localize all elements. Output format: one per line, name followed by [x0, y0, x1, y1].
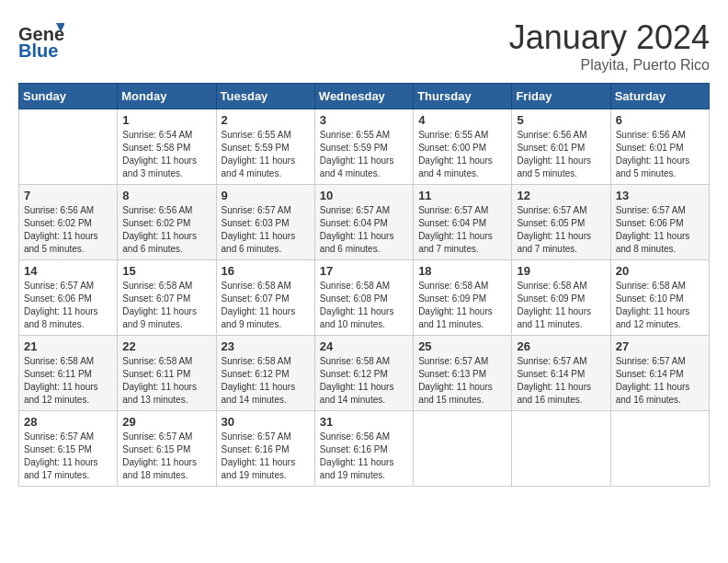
day-number: 10: [320, 189, 408, 202]
day-info: Sunrise: 6:56 AMSunset: 6:02 PMDaylight:…: [122, 204, 210, 256]
calendar-cell: 20Sunrise: 6:58 AMSunset: 6:10 PMDayligh…: [610, 260, 709, 336]
weekday-header-monday: Monday: [118, 84, 216, 109]
day-info: Sunrise: 6:58 AMSunset: 6:08 PMDaylight:…: [320, 280, 408, 331]
calendar-cell: 22Sunrise: 6:58 AMSunset: 6:11 PMDayligh…: [118, 336, 216, 411]
page-header: General Blue January 2024 Playita, Puert…: [18, 18, 710, 74]
calendar-cell: 24Sunrise: 6:58 AMSunset: 6:12 PMDayligh…: [314, 336, 413, 411]
location-subtitle: Playita, Puerto Rico: [509, 57, 710, 74]
day-info: Sunrise: 6:57 AMSunset: 6:05 PMDaylight:…: [517, 204, 605, 256]
day-info: Sunrise: 6:55 AMSunset: 5:59 PMDaylight:…: [320, 129, 408, 180]
calendar-cell: 18Sunrise: 6:58 AMSunset: 6:09 PMDayligh…: [414, 260, 512, 336]
calendar-table: SundayMondayTuesdayWednesdayThursdayFrid…: [18, 83, 710, 487]
calendar-cell: 11Sunrise: 6:57 AMSunset: 6:04 PMDayligh…: [414, 185, 512, 260]
calendar-cell: 10Sunrise: 6:57 AMSunset: 6:04 PMDayligh…: [314, 185, 413, 260]
calendar-cell: 15Sunrise: 6:58 AMSunset: 6:07 PMDayligh…: [118, 260, 216, 336]
calendar-cell: 7Sunrise: 6:56 AMSunset: 6:02 PMDaylight…: [19, 185, 118, 260]
day-number: 6: [616, 113, 704, 127]
day-number: 24: [320, 339, 408, 353]
day-info: Sunrise: 6:58 AMSunset: 6:11 PMDaylight:…: [122, 355, 210, 407]
day-info: Sunrise: 6:57 AMSunset: 6:04 PMDaylight:…: [418, 204, 506, 256]
calendar-cell: [610, 411, 709, 487]
day-info: Sunrise: 6:56 AMSunset: 6:02 PMDaylight:…: [24, 204, 112, 256]
calendar-cell: 3Sunrise: 6:55 AMSunset: 5:59 PMDaylight…: [314, 109, 413, 185]
calendar-cell: 8Sunrise: 6:56 AMSunset: 6:02 PMDaylight…: [118, 185, 216, 260]
day-info: Sunrise: 6:57 AMSunset: 6:14 PMDaylight:…: [616, 355, 704, 407]
calendar-cell: 13Sunrise: 6:57 AMSunset: 6:06 PMDayligh…: [610, 185, 709, 260]
calendar-cell: 16Sunrise: 6:58 AMSunset: 6:07 PMDayligh…: [216, 260, 314, 336]
logo: General Blue: [18, 18, 64, 68]
day-info: Sunrise: 6:58 AMSunset: 6:07 PMDaylight:…: [122, 280, 210, 331]
day-info: Sunrise: 6:55 AMSunset: 5:59 PMDaylight:…: [222, 129, 310, 180]
day-info: Sunrise: 6:56 AMSunset: 6:16 PMDaylight:…: [320, 431, 408, 482]
day-number: 16: [222, 264, 310, 278]
day-number: 28: [24, 415, 112, 429]
day-info: Sunrise: 6:57 AMSunset: 6:14 PMDaylight:…: [517, 355, 605, 407]
logo-mark: General Blue: [18, 18, 64, 68]
calendar-week-5: 28Sunrise: 6:57 AMSunset: 6:15 PMDayligh…: [19, 411, 710, 487]
day-number: 12: [517, 189, 605, 202]
calendar-cell: 26Sunrise: 6:57 AMSunset: 6:14 PMDayligh…: [512, 336, 610, 411]
day-number: 15: [122, 264, 210, 278]
weekday-header-saturday: Saturday: [610, 84, 709, 109]
day-info: Sunrise: 6:57 AMSunset: 6:03 PMDaylight:…: [222, 204, 310, 256]
day-number: 2: [222, 113, 310, 127]
day-number: 21: [24, 339, 112, 353]
day-number: 23: [222, 339, 310, 353]
weekday-header-tuesday: Tuesday: [216, 84, 314, 109]
day-number: 13: [616, 189, 704, 202]
calendar-cell: 21Sunrise: 6:58 AMSunset: 6:11 PMDayligh…: [19, 336, 118, 411]
day-info: Sunrise: 6:57 AMSunset: 6:06 PMDaylight:…: [616, 204, 704, 256]
calendar-cell: 31Sunrise: 6:56 AMSunset: 6:16 PMDayligh…: [314, 411, 413, 487]
day-info: Sunrise: 6:54 AMSunset: 5:58 PMDaylight:…: [122, 129, 210, 180]
day-info: Sunrise: 6:57 AMSunset: 6:13 PMDaylight:…: [418, 355, 506, 407]
day-number: 29: [122, 415, 210, 429]
day-info: Sunrise: 6:55 AMSunset: 6:00 PMDaylight:…: [418, 129, 506, 180]
day-number: 5: [517, 113, 605, 127]
day-number: 3: [320, 113, 408, 127]
day-number: 1: [122, 113, 210, 127]
calendar-week-4: 21Sunrise: 6:58 AMSunset: 6:11 PMDayligh…: [19, 336, 710, 411]
calendar-cell: 28Sunrise: 6:57 AMSunset: 6:15 PMDayligh…: [19, 411, 118, 487]
day-number: 22: [122, 339, 210, 353]
day-info: Sunrise: 6:58 AMSunset: 6:10 PMDaylight:…: [616, 280, 704, 331]
weekday-header-thursday: Thursday: [414, 84, 512, 109]
calendar-cell: 17Sunrise: 6:58 AMSunset: 6:08 PMDayligh…: [314, 260, 413, 336]
calendar-week-3: 14Sunrise: 6:57 AMSunset: 6:06 PMDayligh…: [19, 260, 710, 336]
day-number: 11: [418, 189, 506, 202]
day-number: 27: [616, 339, 704, 353]
calendar-body: 1Sunrise: 6:54 AMSunset: 5:58 PMDaylight…: [19, 109, 710, 487]
day-info: Sunrise: 6:58 AMSunset: 6:11 PMDaylight:…: [24, 355, 112, 407]
calendar-cell: 23Sunrise: 6:58 AMSunset: 6:12 PMDayligh…: [216, 336, 314, 411]
day-info: Sunrise: 6:57 AMSunset: 6:15 PMDaylight:…: [122, 431, 210, 482]
day-number: 17: [320, 264, 408, 278]
weekday-header-sunday: Sunday: [19, 84, 118, 109]
month-title: January 2024: [509, 18, 710, 57]
day-info: Sunrise: 6:58 AMSunset: 6:12 PMDaylight:…: [222, 355, 310, 407]
day-info: Sunrise: 6:57 AMSunset: 6:16 PMDaylight:…: [222, 431, 310, 482]
day-number: 20: [616, 264, 704, 278]
calendar-cell: 25Sunrise: 6:57 AMSunset: 6:13 PMDayligh…: [414, 336, 512, 411]
day-info: Sunrise: 6:58 AMSunset: 6:09 PMDaylight:…: [418, 280, 506, 331]
day-number: 19: [517, 264, 605, 278]
day-info: Sunrise: 6:58 AMSunset: 6:12 PMDaylight:…: [320, 355, 408, 407]
day-number: 26: [517, 339, 605, 353]
day-number: 14: [24, 264, 112, 278]
weekday-header-wednesday: Wednesday: [314, 84, 413, 109]
day-number: 4: [418, 113, 506, 127]
calendar-cell: 30Sunrise: 6:57 AMSunset: 6:16 PMDayligh…: [216, 411, 314, 487]
day-number: 31: [320, 415, 408, 429]
calendar-cell: 29Sunrise: 6:57 AMSunset: 6:15 PMDayligh…: [118, 411, 216, 487]
day-info: Sunrise: 6:56 AMSunset: 6:01 PMDaylight:…: [616, 129, 704, 180]
calendar-week-2: 7Sunrise: 6:56 AMSunset: 6:02 PMDaylight…: [19, 185, 710, 260]
day-info: Sunrise: 6:58 AMSunset: 6:07 PMDaylight:…: [222, 280, 310, 331]
day-number: 8: [122, 189, 210, 202]
calendar-cell: 5Sunrise: 6:56 AMSunset: 6:01 PMDaylight…: [512, 109, 610, 185]
calendar-cell: [414, 411, 512, 487]
calendar-cell: 9Sunrise: 6:57 AMSunset: 6:03 PMDaylight…: [216, 185, 314, 260]
day-number: 30: [222, 415, 310, 429]
weekday-header-row: SundayMondayTuesdayWednesdayThursdayFrid…: [19, 84, 710, 109]
day-info: Sunrise: 6:57 AMSunset: 6:15 PMDaylight:…: [24, 431, 112, 482]
day-info: Sunrise: 6:56 AMSunset: 6:01 PMDaylight:…: [517, 129, 605, 180]
day-info: Sunrise: 6:57 AMSunset: 6:06 PMDaylight:…: [24, 280, 112, 331]
calendar-cell: 14Sunrise: 6:57 AMSunset: 6:06 PMDayligh…: [19, 260, 118, 336]
